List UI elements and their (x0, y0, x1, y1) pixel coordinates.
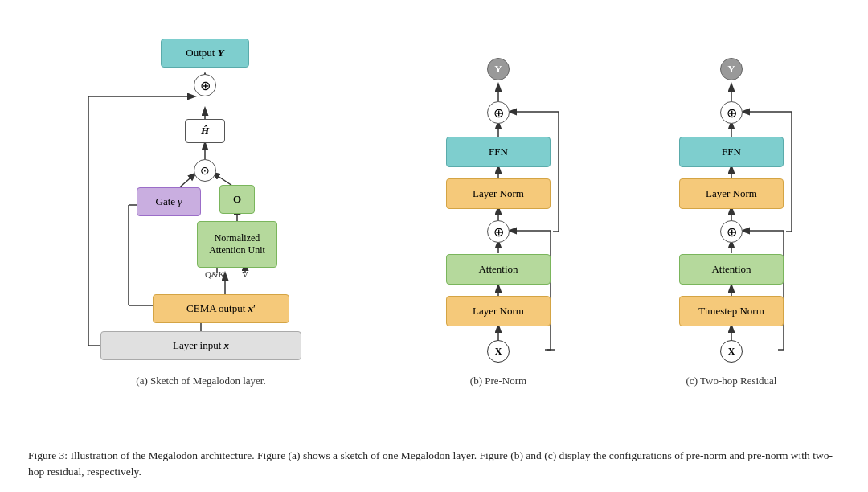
add-ffn-b: ⊕ (487, 101, 510, 124)
v-label: V (242, 269, 248, 279)
layer-norm-bot-label-b: Layer Norm (473, 305, 524, 318)
layer-input-label: Layer input x (173, 339, 229, 352)
output-box: Output Y (161, 39, 249, 68)
gate-box: Gate γ (137, 187, 201, 216)
qk-label: Q&K (205, 269, 224, 279)
layer-norm-top-b: Layer Norm (446, 178, 551, 209)
layer-norm-top-c: Layer Norm (679, 178, 784, 209)
diagram-b-inner: Y ⊕ FFN Layer Norm ⊕ Attention (426, 24, 571, 370)
nau-label: NormalizedAttention Unit (209, 232, 265, 256)
ffn-label-c: FFN (722, 146, 741, 158)
timestep-norm-label-c: Timestep Norm (698, 305, 764, 318)
o-box: O (219, 185, 255, 214)
diagram-b: Y ⊕ FFN Layer Norm ⊕ Attention (386, 16, 611, 387)
ffn-box-c: FFN (679, 137, 784, 167)
nau-box: NormalizedAttention Unit (197, 221, 277, 268)
attention-box-c: Attention (679, 254, 784, 285)
diagram-a-inner: Output Y ⊕ Ĥ ⊙ Gate γ O (64, 24, 338, 370)
x-circle-c: X (720, 340, 743, 363)
figure-caption-text: Figure 3: Illustration of the Megalodon … (28, 449, 833, 478)
layer-input-box: Layer input x (100, 331, 301, 360)
attention-label-b: Attention (478, 263, 518, 276)
attention-label-c: Attention (711, 263, 751, 276)
caption-b: (b) Pre-Norm (470, 375, 526, 387)
h-hat-label: Ĥ (201, 125, 209, 137)
gate-label: Gate γ (156, 195, 182, 208)
diagram-c-inner: Y ⊕ FFN Layer Norm ⊕ Attention (659, 24, 804, 370)
add-circle-top: ⊕ (194, 74, 216, 96)
figure-caption: Figure 3: Illustration of the Megalodon … (24, 448, 844, 481)
add-ffn-c: ⊕ (720, 101, 743, 124)
add-attn-c: ⊕ (720, 220, 743, 243)
diagram-a: Output Y ⊕ Ĥ ⊙ Gate γ O (24, 16, 378, 387)
layer-norm-top-label-b: Layer Norm (473, 187, 524, 200)
diagrams-row: Output Y ⊕ Ĥ ⊙ Gate γ O (24, 16, 844, 440)
cema-label: CEMA output x′ (186, 302, 256, 315)
cema-box: CEMA output x′ (153, 294, 289, 323)
attention-box-b: Attention (446, 254, 551, 285)
y-circle-c: Y (720, 58, 743, 80)
x-circle-b: X (487, 340, 510, 363)
layer-norm-bot-b: Layer Norm (446, 296, 551, 326)
caption-a: (a) Sketch of Megalodon layer. (136, 375, 265, 387)
output-label: Output Y (186, 47, 223, 59)
ffn-box-b: FFN (446, 137, 551, 167)
y-circle-b: Y (487, 58, 510, 80)
caption-c: (c) Two-hop Residual (686, 375, 777, 387)
hadamard-circle: ⊙ (194, 159, 216, 182)
h-hat-box: Ĥ (185, 119, 225, 143)
diagram-c: Y ⊕ FFN Layer Norm ⊕ Attention (619, 16, 844, 387)
add-attn-b: ⊕ (487, 220, 510, 243)
o-label: O (233, 193, 241, 206)
timestep-norm-box-c: Timestep Norm (679, 296, 784, 326)
ffn-label-b: FFN (489, 146, 508, 158)
layer-norm-top-label-c: Layer Norm (706, 187, 757, 200)
main-container: Output Y ⊕ Ĥ ⊙ Gate γ O (0, 0, 868, 492)
